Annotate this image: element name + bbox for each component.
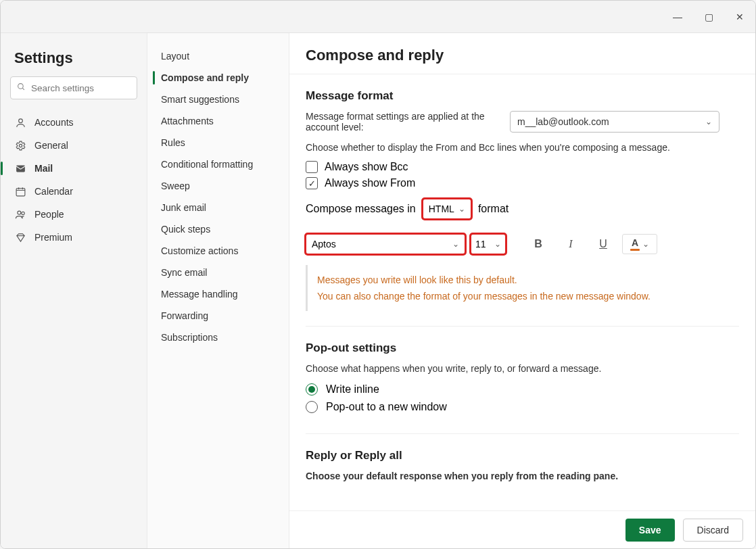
compose-format-value: HTML (429, 204, 454, 214)
main-scroll[interactable]: Message format Message format settings a… (289, 74, 755, 510)
always-bcc-row[interactable]: Always show Bcc (306, 161, 739, 173)
popout-window-label: Pop-out to a new window (326, 401, 447, 413)
subnav-rules[interactable]: Rules (147, 132, 289, 153)
preview-line-2: You can also change the format of your m… (317, 291, 739, 302)
nav-item-calendar[interactable]: Calendar (10, 181, 137, 202)
compose-in-pre: Compose messages in (306, 203, 416, 215)
preview-block: Messages you write will look like this b… (306, 265, 739, 311)
popout-inline-row[interactable]: Write inline (306, 383, 739, 396)
chevron-down-icon: ⌄ (705, 117, 712, 126)
sidebar: Settings Accounts Genera (1, 33, 147, 548)
popout-window-row[interactable]: Pop-out to a new window (306, 401, 739, 413)
always-from-row[interactable]: ✓ Always show From (306, 177, 739, 189)
nav-item-general[interactable]: General (10, 135, 137, 156)
nav-label: General (34, 140, 68, 151)
svg-rect-5 (16, 188, 25, 195)
mail-icon (14, 162, 26, 174)
nav-label: Accounts (34, 117, 74, 128)
chevron-down-icon: ⌄ (642, 239, 649, 249)
subnav-sweep[interactable]: Sweep (147, 175, 289, 197)
preview-line-1: Messages you write will look like this b… (317, 274, 739, 285)
search-input[interactable] (10, 76, 137, 99)
font-color-swatch (630, 249, 640, 251)
titlebar: — ▢ ✕ (1, 1, 755, 33)
section-popout: Pop-out settings Choose what happens whe… (306, 326, 739, 433)
italic-button[interactable]: I (557, 234, 584, 254)
popout-inline-radio[interactable] (306, 383, 318, 396)
always-bcc-checkbox[interactable] (306, 161, 318, 173)
popout-heading: Pop-out settings (306, 341, 739, 355)
chevron-down-icon: ⌄ (458, 204, 465, 214)
subnav-compose[interactable]: Compose and reply (147, 67, 289, 89)
nav-label: Calendar (34, 186, 73, 197)
subnav-junk[interactable]: Junk email (147, 197, 289, 218)
nav: Accounts General Mail (10, 112, 137, 248)
compose-format-dropdown[interactable]: HTML ⌄ (423, 199, 471, 219)
subnav-quick[interactable]: Quick steps (147, 218, 289, 240)
subnav: Layout Compose and reply Smart suggestio… (147, 33, 289, 548)
popout-window-radio[interactable] (306, 401, 318, 413)
account-selected: m__lab@outlook.com (517, 116, 609, 127)
font-color-icon: A (632, 237, 638, 248)
font-name-dropdown[interactable]: Aptos ⌄ (306, 234, 465, 254)
search-icon (17, 82, 26, 93)
person-icon (14, 116, 26, 128)
svg-point-10 (21, 212, 24, 214)
gear-icon (14, 139, 26, 151)
svg-point-3 (19, 144, 22, 147)
popout-inline-label: Write inline (326, 383, 379, 396)
subnav-forwarding[interactable]: Forwarding (147, 305, 289, 327)
subnav-customize[interactable]: Customize actions (147, 240, 289, 262)
subnav-subscriptions[interactable]: Subscriptions (147, 327, 289, 348)
account-dropdown[interactable]: m__lab@outlook.com ⌄ (510, 111, 719, 133)
font-name-value: Aptos (312, 239, 336, 249)
settings-window: — ▢ ✕ Settings Accounts (0, 0, 756, 549)
svg-line-1 (22, 88, 24, 90)
main-header: Compose and reply (289, 33, 755, 74)
page-title: Compose and reply (306, 47, 739, 64)
chevron-down-icon: ⌄ (494, 239, 501, 249)
subnav-conditional[interactable]: Conditional formatting (147, 153, 289, 175)
nav-label: Mail (34, 163, 53, 174)
diamond-icon (14, 231, 26, 243)
calendar-icon (14, 185, 26, 197)
subnav-sync[interactable]: Sync email (147, 262, 289, 283)
nav-item-accounts[interactable]: Accounts (10, 112, 137, 133)
underline-button[interactable]: U (590, 234, 617, 254)
message-format-heading: Message format (306, 89, 739, 103)
close-button[interactable]: ✕ (724, 1, 755, 33)
always-from-checkbox[interactable]: ✓ (306, 177, 318, 189)
settings-title: Settings (14, 49, 133, 67)
always-from-label: Always show From (325, 177, 415, 189)
font-color-button[interactable]: A ⌄ (622, 234, 657, 254)
minimize-button[interactable]: — (662, 1, 693, 33)
svg-point-0 (18, 84, 24, 89)
popout-desc: Choose what happens when you write, repl… (306, 363, 739, 374)
footer: Save Discard (289, 510, 755, 548)
people-icon (14, 208, 26, 220)
chevron-down-icon: ⌄ (452, 239, 459, 249)
subnav-handling[interactable]: Message handling (147, 283, 289, 305)
section-message-format: Message format Message format settings a… (306, 85, 739, 326)
save-button[interactable]: Save (625, 519, 675, 542)
always-bcc-label: Always show Bcc (325, 161, 408, 173)
section-reply: Reply or Reply all Choose your default r… (306, 433, 739, 496)
discard-button[interactable]: Discard (683, 519, 743, 542)
subnav-smart[interactable]: Smart suggestions (147, 89, 289, 110)
maximize-button[interactable]: ▢ (693, 1, 724, 33)
main-pane: Compose and reply Message format Message… (289, 33, 755, 548)
from-bcc-hint: Choose whether to display the From and B… (306, 142, 739, 153)
svg-rect-4 (16, 165, 25, 172)
svg-point-2 (18, 118, 22, 122)
compose-in-post: format (478, 203, 509, 215)
reply-desc: Choose your default response when you re… (306, 471, 739, 481)
nav-item-people[interactable]: People (10, 204, 137, 225)
subnav-layout[interactable]: Layout (147, 45, 289, 67)
nav-item-mail[interactable]: Mail (10, 158, 137, 179)
subnav-attachments[interactable]: Attachments (147, 110, 289, 132)
nav-item-premium[interactable]: Premium (10, 226, 137, 248)
font-size-dropdown[interactable]: 11 ⌄ (471, 234, 506, 254)
svg-point-9 (17, 211, 20, 214)
nav-label: Premium (34, 232, 72, 243)
bold-button[interactable]: B (525, 234, 552, 254)
